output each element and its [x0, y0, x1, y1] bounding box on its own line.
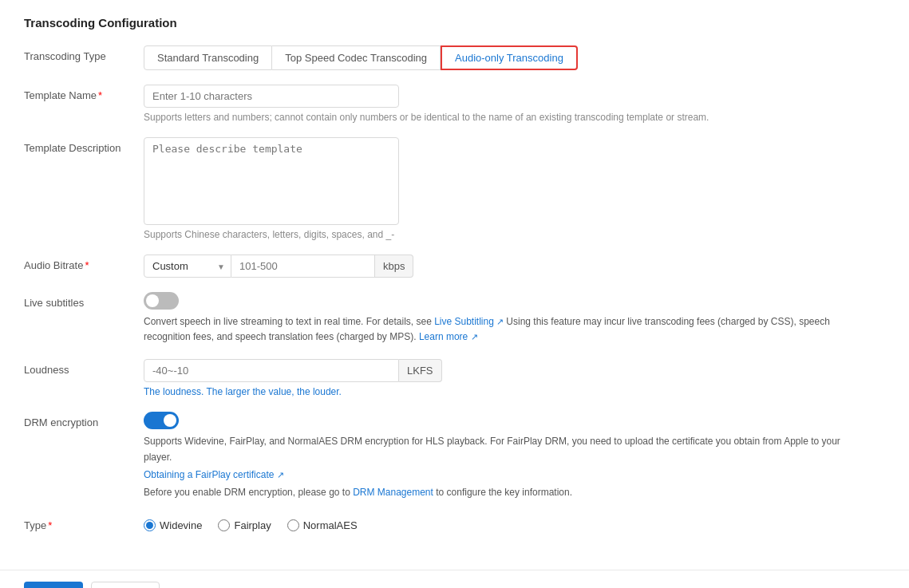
- drm-encryption-label: DRM encryption: [24, 412, 144, 428]
- type-fairplay-label: Fairplay: [234, 519, 271, 531]
- drm-description: Supports Widevine, FairPlay, and NormalA…: [144, 434, 862, 464]
- learn-more-link[interactable]: Learn more: [419, 331, 468, 342]
- fairplay-cert-ext-icon: ↗: [277, 470, 284, 479]
- drm-encryption-content: Supports Widevine, FairPlay, and NormalA…: [144, 412, 885, 500]
- loudness-hint: The loudness. The larger the value, the …: [144, 386, 885, 397]
- drm-management-link[interactable]: DRM Management: [353, 487, 433, 498]
- loudness-input-group: LKFS: [144, 359, 885, 382]
- learn-more-ext-icon: ↗: [471, 332, 478, 341]
- loudness-content: LKFS The loudness. The larger the value,…: [144, 359, 885, 397]
- transcoding-type-label: Transcoding Type: [24, 45, 144, 62]
- type-normalaes-radio[interactable]: [287, 519, 299, 531]
- footer-bar: Save Cancel: [0, 570, 909, 588]
- live-subtitling-link[interactable]: Live Subtitling: [434, 316, 494, 327]
- page-title: Transcoding Configuration: [24, 16, 885, 30]
- drm-management-desc: Before you enable DRM encryption, please…: [144, 485, 862, 500]
- transcoding-type-content: Standard Transcoding Top Speed Codec Tra…: [144, 45, 885, 70]
- drm-encryption-row: DRM encryption Supports Widevine, FairPl…: [24, 412, 885, 500]
- page-container: Transcoding Configuration Transcoding Ty…: [0, 0, 909, 562]
- bitrate-value-input[interactable]: [231, 255, 375, 278]
- audio-bitrate-content: Custom 64 128 192 256 320 ▼ kbps: [144, 255, 885, 278]
- type-fairplay-radio[interactable]: [218, 519, 230, 531]
- live-subtitles-content: Convert speech in live streaming to text…: [144, 292, 885, 345]
- bitrate-input-group: Custom 64 128 192 256 320 ▼ kbps: [144, 255, 885, 278]
- template-name-input[interactable]: [144, 85, 399, 108]
- audio-bitrate-label: Audio Bitrate*: [24, 255, 144, 271]
- type-widevine-radio[interactable]: [144, 519, 156, 531]
- toggle-slider: [144, 292, 179, 310]
- type-label: Type*: [24, 515, 144, 531]
- type-fairplay-option[interactable]: Fairplay: [218, 519, 271, 531]
- template-name-hint: Supports letters and numbers; cannot con…: [144, 112, 885, 123]
- audio-bitrate-row: Audio Bitrate* Custom 64 128 192 256 320…: [24, 255, 885, 278]
- type-widevine-option[interactable]: Widevine: [144, 519, 202, 531]
- tab-topspeed[interactable]: Top Speed Codec Transcoding: [272, 45, 441, 70]
- type-row: Type* Widevine Fairplay NormalAES: [24, 515, 885, 531]
- save-button[interactable]: Save: [24, 582, 83, 588]
- type-content: Widevine Fairplay NormalAES: [144, 515, 885, 531]
- bitrate-select-wrapper: Custom 64 128 192 256 320 ▼: [144, 255, 231, 278]
- template-description-hint: Supports Chinese characters, letters, di…: [144, 229, 885, 240]
- live-subtitles-label: Live subtitles: [24, 292, 144, 309]
- template-name-content: Supports letters and numbers; cannot con…: [144, 85, 885, 123]
- drm-encryption-toggle[interactable]: [144, 412, 179, 429]
- template-description-content: Supports Chinese characters, letters, di…: [144, 137, 885, 240]
- type-widevine-label: Widevine: [160, 519, 202, 531]
- loudness-unit: LKFS: [399, 359, 442, 382]
- template-description-label: Template Description: [24, 137, 144, 154]
- template-name-label: Template Name*: [24, 85, 144, 101]
- drm-toggle-slider: [144, 412, 179, 429]
- fairplay-cert-link[interactable]: Obtaining a FairPlay certificate: [144, 469, 274, 480]
- transcoding-type-tabs: Standard Transcoding Top Speed Codec Tra…: [144, 45, 885, 70]
- cancel-button[interactable]: Cancel: [91, 582, 160, 588]
- bitrate-select[interactable]: Custom 64 128 192 256 320: [144, 255, 231, 278]
- bitrate-unit: kbps: [375, 255, 413, 278]
- loudness-input[interactable]: [144, 359, 399, 382]
- loudness-row: Loudness LKFS The loudness. The larger t…: [24, 359, 885, 397]
- loudness-label: Loudness: [24, 359, 144, 376]
- tab-standard[interactable]: Standard Transcoding: [144, 45, 272, 70]
- template-description-input[interactable]: [144, 137, 399, 225]
- template-description-row: Template Description Supports Chinese ch…: [24, 137, 885, 240]
- live-subtitles-description: Convert speech in live streaming to text…: [144, 314, 862, 345]
- live-subtitles-toggle[interactable]: [144, 292, 179, 310]
- drm-links: Obtaining a FairPlay certificate ↗: [144, 468, 885, 480]
- live-subtitling-ext-icon: ↗: [496, 317, 506, 326]
- type-normalaes-option[interactable]: NormalAES: [287, 519, 358, 531]
- type-radio-group: Widevine Fairplay NormalAES: [144, 515, 885, 531]
- tab-audioonly[interactable]: Audio-only Transcoding: [441, 45, 578, 70]
- template-name-row: Template Name* Supports letters and numb…: [24, 85, 885, 123]
- type-normalaes-label: NormalAES: [303, 519, 358, 531]
- transcoding-type-row: Transcoding Type Standard Transcoding To…: [24, 45, 885, 70]
- live-subtitles-row: Live subtitles Convert speech in live st…: [24, 292, 885, 345]
